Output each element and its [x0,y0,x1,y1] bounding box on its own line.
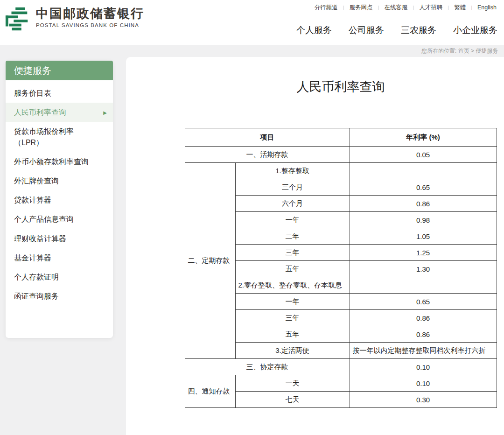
sidebar-item[interactable]: 服务价目表 [6,84,113,103]
table-cell: 五年 [235,326,350,343]
sidebar-item[interactable]: 贷款市场报价利率 （LPR） [6,122,113,152]
sidebar-item[interactable]: 函证查询服务 [6,287,113,306]
nav-item[interactable]: 小企业服务 [453,24,497,36]
main-nav: 个人服务公司服务三农服务小企业服务 [296,24,497,36]
sidebar-item-label: 个人存款证明 [14,272,101,282]
table-cell [350,163,497,179]
sidebar-item[interactable]: 贷款计算器 [6,190,113,210]
table-cell: 一、活期存款 [185,147,350,163]
top-link[interactable]: 分行频道 [315,3,338,12]
separator: | [413,3,414,12]
table-cell: 0.10 [350,359,497,375]
page-header: 中国邮政储蓄银行 POSTAL SAVINGS BANK OF CHINA 分行… [0,0,504,45]
sidebar-item-label: 理财收益计算器 [14,233,101,244]
sidebar-item-label: 基金计算器 [14,253,101,263]
nav-item[interactable]: 公司服务 [349,24,384,36]
table-cell: 七天 [235,392,350,408]
top-link[interactable]: 服务网点 [350,3,373,12]
sidebar-item[interactable]: 理财收益计算器 [6,229,113,248]
sidebar-item-label: 服务价目表 [14,88,101,98]
table-cell: 五年 [235,261,350,277]
table-cell: 三个月 [235,179,350,196]
rates-table-body: 一、活期存款0.05二、定期存款1.整存整取三个月0.65六个月0.86一年0.… [185,147,497,408]
sidebar-item[interactable]: 外币小额存款利率查询 [6,152,113,171]
table-cell: 0.30 [350,392,497,408]
column-header-item: 项目 [185,128,350,147]
table-cell: 三、协定存款 [185,359,350,375]
nav-item[interactable]: 个人服务 [296,24,332,36]
table-cell: 三年 [235,310,350,326]
table-row: 三、协定存款0.10 [185,359,497,375]
sidebar-item-label: 贷款计算器 [14,195,101,205]
bank-name-cn: 中国邮政储蓄银行 [36,7,144,21]
separator: | [471,3,472,12]
top-link[interactable]: 在线客服 [384,3,407,12]
bank-logo: 中国邮政储蓄银行 POSTAL SAVINGS BANK OF CHINA [5,7,144,33]
bank-name-en: POSTAL SAVINGS BANK OF CHINA [36,22,144,28]
table-cell: 1.05 [350,228,497,245]
breadcrumb-separator: > [469,48,476,54]
table-cell: 0.86 [350,196,497,212]
column-header-rate: 年利率 (%) [350,128,497,147]
table-row: 一、活期存款0.05 [185,147,497,163]
table-cell: 二年 [235,228,350,245]
sidebar-item[interactable]: 个人产品信息查询 [6,210,113,229]
table-cell: 0.86 [350,310,497,326]
table-cell: 一年 [235,212,350,228]
main-content: 人民币利率查询 项目 年利率 (%) 一、活期存款0.05二、定期存款1.整存整… [126,57,504,435]
table-cell: 0.65 [350,179,497,196]
table-cell: 0.10 [350,375,497,392]
table-cell: 一天 [235,375,350,392]
separator: | [343,3,344,12]
table-cell: 三年 [235,245,350,261]
table-cell: 按一年以内定期整存整取同档次利率打六折 [350,343,497,359]
breadcrumb: 您所在的位置: 首页 > 便捷服务 [421,45,498,57]
table-cell [350,277,497,294]
table-row: 二、定期存款1.整存整取 [185,163,497,179]
table-cell: 1.30 [350,261,497,277]
sidebar-item-label: 外币小额存款利率查询 [14,156,101,167]
sidebar-item[interactable]: 基金计算器 [6,248,113,267]
sidebar-title: 便捷服务 [6,61,113,80]
top-links: 分行频道|服务网点|在线客服|人才招聘|繁體|English [315,3,497,12]
table-cell: 0.98 [350,212,497,228]
psbc-logo-icon [5,7,32,33]
sidebar-menu: 服务价目表人民币利率查询▶贷款市场报价利率 （LPR）外币小额存款利率查询外汇牌… [6,80,113,306]
table-header-row: 项目 年利率 (%) [185,128,497,147]
table-cell: 0.86 [350,326,497,343]
top-link[interactable]: 繁體 [454,3,466,12]
sidebar-item[interactable]: 个人存款证明 [6,267,113,287]
sidebar-item-active[interactable]: 人民币利率查询▶ [6,103,113,122]
table-cell: 四、通知存款 [185,375,235,408]
separator: | [448,3,449,12]
table-cell: 1.整存整取 [235,163,350,179]
rates-table: 项目 年利率 (%) 一、活期存款0.05二、定期存款1.整存整取三个月0.65… [185,128,497,408]
sidebar-item-label: 贷款市场报价利率 （LPR） [14,126,101,147]
breadcrumb-prefix: 您所在的位置: [421,48,458,54]
table-cell: 2.零存整取、整存零取、存本取息 [235,277,350,294]
top-link[interactable]: English [477,3,497,12]
sidebar-item[interactable]: 外汇牌价查询 [6,171,113,190]
sidebar-item-label: 人民币利率查询 [14,107,101,118]
table-cell: 3.定活两便 [235,343,350,359]
title-divider [145,109,504,109]
breadcrumb-current: 便捷服务 [476,48,498,54]
bank-logo-text: 中国邮政储蓄银行 POSTAL SAVINGS BANK OF CHINA [36,7,144,28]
sidebar-item-label: 个人产品信息查询 [14,214,101,225]
separator: | [378,3,379,12]
sidebar: 便捷服务 服务价目表人民币利率查询▶贷款市场报价利率 （LPR）外币小额存款利率… [6,61,113,338]
table-row: 四、通知存款一天0.10 [185,375,497,392]
breadcrumb-home-link[interactable]: 首页 [458,48,469,54]
sidebar-item-label: 外汇牌价查询 [14,175,101,186]
chevron-right-icon: ▶ [103,110,107,115]
table-cell: 一年 [235,294,350,310]
page-title: 人民币利率查询 [126,79,504,95]
table-cell: 六个月 [235,196,350,212]
sidebar-item-label: 函证查询服务 [14,291,101,302]
table-cell: 1.25 [350,245,497,261]
table-cell: 0.05 [350,147,497,163]
top-link[interactable]: 人才招聘 [419,3,442,12]
table-cell: 二、定期存款 [185,163,235,359]
table-cell: 0.65 [350,294,497,310]
nav-item[interactable]: 三农服务 [401,24,436,36]
